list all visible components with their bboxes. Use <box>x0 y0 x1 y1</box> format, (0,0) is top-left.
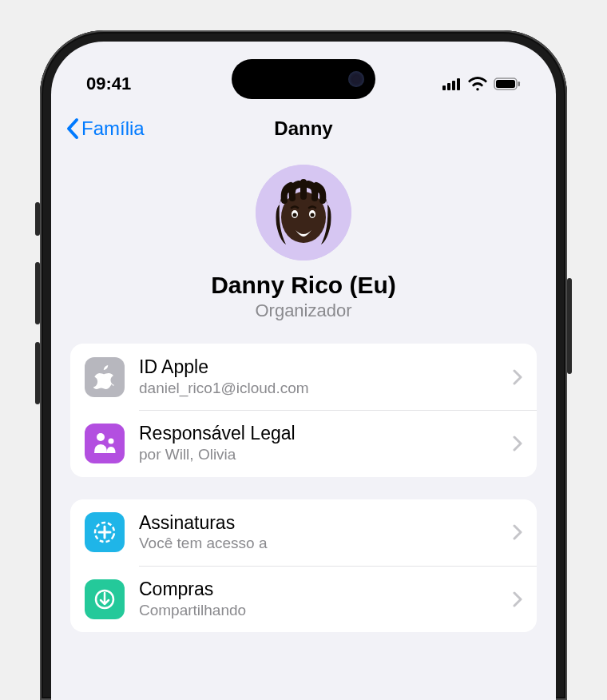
guardian-icon <box>85 424 125 463</box>
back-button[interactable]: Família <box>65 117 145 140</box>
status-indicators <box>425 77 521 91</box>
svg-rect-5 <box>496 80 515 88</box>
svg-rect-6 <box>518 82 521 86</box>
screen: 09:41 Família Danny <box>51 42 556 700</box>
chevron-right-icon <box>513 591 522 607</box>
apple-icon <box>85 357 125 397</box>
svg-rect-2 <box>452 81 455 90</box>
chevron-right-icon <box>513 436 522 451</box>
purchases-icon <box>85 579 125 619</box>
battery-icon <box>494 78 521 90</box>
svg-point-14 <box>109 439 114 444</box>
row-subtitle: Compartilhando <box>139 601 498 620</box>
profile-section: Danny Rico (Eu) Organizador <box>51 150 556 344</box>
svg-point-13 <box>97 433 105 441</box>
phone-frame: 09:41 Família Danny <box>40 30 567 700</box>
subscriptions-icon <box>85 512 125 552</box>
row-title: Assinaturas <box>139 512 498 535</box>
row-title: Compras <box>139 579 498 601</box>
side-button <box>35 342 40 404</box>
row-apple-id[interactable]: ID Apple daniel_rico1@icloud.com <box>70 344 537 410</box>
row-guardian[interactable]: Responsável Legal por Will, Olivia <box>70 410 537 476</box>
profile-role: Organizador <box>255 300 351 321</box>
chevron-right-icon <box>513 369 522 385</box>
svg-point-12 <box>311 213 315 217</box>
list-group-sharing: Assinaturas Você tem acesso a Compras Co… <box>70 499 537 633</box>
chevron-right-icon <box>513 524 522 540</box>
row-text: Responsável Legal por Will, Olivia <box>139 423 498 463</box>
svg-rect-3 <box>457 78 460 90</box>
row-subscriptions[interactable]: Assinaturas Você tem acesso a <box>70 499 537 566</box>
status-time: 09:41 <box>86 74 182 94</box>
row-purchases[interactable]: Compras Compartilhando <box>70 566 537 632</box>
side-button <box>35 202 40 236</box>
nav-title: Danny <box>274 117 332 140</box>
side-button <box>35 262 40 324</box>
svg-rect-1 <box>447 83 450 90</box>
camera-icon <box>348 71 364 87</box>
row-subtitle: daniel_rico1@icloud.com <box>139 379 498 398</box>
chevron-left-icon <box>65 117 80 140</box>
row-title: Responsável Legal <box>139 423 498 445</box>
svg-rect-0 <box>442 86 446 90</box>
row-text: Assinaturas Você tem acesso a <box>139 512 498 553</box>
row-title: ID Apple <box>139 356 498 379</box>
avatar[interactable] <box>256 165 351 261</box>
back-label: Família <box>81 117 145 140</box>
row-subtitle: por Will, Olivia <box>139 445 498 464</box>
list-group-account: ID Apple daniel_rico1@icloud.com Respons… <box>70 344 537 477</box>
cellular-icon <box>442 78 462 90</box>
nav-bar: Família Danny <box>51 104 556 150</box>
side-button <box>567 278 572 374</box>
row-text: ID Apple daniel_rico1@icloud.com <box>139 356 498 397</box>
row-text: Compras Compartilhando <box>139 579 498 619</box>
row-subtitle: Você tem acesso a <box>139 534 498 553</box>
dynamic-island <box>232 59 375 99</box>
svg-point-11 <box>293 213 297 217</box>
profile-name: Danny Rico (Eu) <box>211 272 396 299</box>
wifi-icon <box>468 77 487 91</box>
